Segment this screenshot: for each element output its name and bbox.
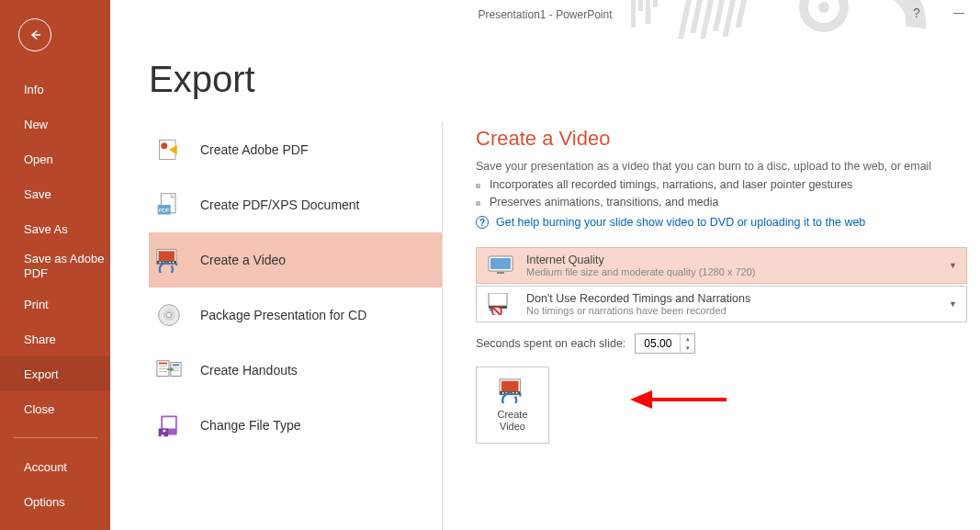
export-pdf-xps[interactable]: PDF Create PDF/XPS Document [149, 177, 442, 232]
quality-title: Internet Quality [526, 254, 755, 266]
svg-rect-34 [173, 364, 179, 366]
spinner-up[interactable]: ▲ [681, 334, 694, 344]
sidebar-item-share[interactable]: Share [0, 321, 110, 356]
svg-point-13 [161, 142, 167, 149]
sidebar-item-close[interactable]: Close [0, 391, 110, 426]
export-format-list: Create Adobe PDF PDF Create PDF/XPS Docu… [149, 122, 443, 530]
timings-dropdown[interactable]: Don't Use Recorded Timings and Narration… [476, 286, 967, 322]
export-package-cd[interactable]: Package Presentation for CD [149, 288, 442, 343]
export-change-filetype[interactable]: Change File Type [149, 398, 442, 453]
seconds-spinner[interactable]: ▲ ▼ [635, 333, 695, 354]
quality-dropdown[interactable]: Internet Quality Medium file size and mo… [476, 247, 967, 284]
svg-rect-18 [159, 251, 175, 261]
svg-rect-36 [173, 370, 179, 371]
sidebar-item-open[interactable]: Open [0, 141, 110, 176]
svg-point-27 [166, 312, 171, 317]
sidebar-item-save[interactable]: Save [0, 176, 110, 211]
create-video-icon [498, 378, 527, 403]
svg-rect-48 [501, 381, 519, 391]
sidebar-separator [13, 437, 97, 438]
svg-rect-42 [497, 272, 504, 274]
chevron-down-icon: ▼ [949, 299, 957, 309]
nav-sidebar: Info New Open Save Save As Save as Adobe… [0, 0, 110, 530]
quality-subtitle: Medium file size and moderate quality (1… [526, 266, 755, 277]
detail-panel: Create a Video Save your presentation as… [443, 44, 980, 530]
sidebar-item-new[interactable]: New [0, 107, 110, 141]
svg-point-20 [159, 262, 161, 264]
detail-description: Save your presentation as a video that y… [476, 160, 967, 173]
cd-icon [154, 300, 184, 330]
no-timings-icon [486, 293, 515, 315]
page-title: Export [149, 59, 255, 100]
detail-title: Create a Video [476, 127, 967, 151]
svg-rect-30 [159, 366, 167, 366]
svg-rect-43 [489, 293, 507, 306]
help-icon: ? [476, 216, 489, 229]
adobe-pdf-icon [154, 135, 184, 164]
export-adobe-pdf[interactable]: Create Adobe PDF [149, 122, 442, 177]
help-link[interactable]: ? Get help burning your slide show video… [476, 216, 967, 229]
export-item-label: Package Presentation for CD [200, 308, 366, 322]
sidebar-item-options[interactable]: Options [0, 484, 110, 519]
monitor-icon [486, 254, 515, 276]
chevron-down-icon: ▼ [949, 261, 957, 270]
export-item-label: Create Adobe PDF [200, 142, 309, 157]
handouts-icon [154, 355, 184, 385]
svg-rect-29 [159, 363, 167, 365]
svg-rect-38 [163, 417, 175, 428]
svg-point-54 [516, 392, 518, 394]
timings-title: Don't Use Recorded Timings and Narration… [526, 292, 750, 305]
export-handouts[interactable]: Create Handouts [149, 343, 442, 398]
export-item-label: Create a Video [200, 253, 286, 267]
export-item-label: Change File Type [200, 418, 300, 433]
sidebar-item-saveas-adobe[interactable]: Save as Adobe PDF [0, 246, 110, 287]
back-button[interactable] [18, 18, 51, 51]
seconds-input[interactable] [636, 337, 680, 350]
svg-point-50 [502, 392, 504, 394]
export-item-label: Create Handouts [200, 363, 298, 378]
detail-bullet: Preserves animations, transitions, and m… [476, 196, 967, 209]
spinner-down[interactable]: ▼ [681, 344, 694, 353]
video-icon [154, 245, 184, 275]
change-type-icon [154, 411, 184, 440]
sidebar-item-export[interactable]: Export [0, 356, 110, 391]
sidebar-item-account[interactable]: Account [0, 449, 110, 484]
svg-rect-41 [490, 258, 511, 269]
svg-text:PDF: PDF [159, 207, 170, 213]
svg-rect-32 [159, 371, 167, 372]
create-video-label: CreateVideo [497, 409, 527, 433]
create-video-button[interactable]: CreateVideo [476, 366, 549, 444]
export-create-video[interactable]: Create a Video [149, 232, 442, 288]
sidebar-item-info[interactable]: Info [0, 72, 110, 107]
pdf-xps-icon: PDF [154, 190, 184, 220]
sidebar-item-saveas[interactable]: Save As [0, 211, 110, 246]
svg-rect-35 [173, 367, 179, 368]
svg-point-24 [173, 262, 175, 264]
detail-bullet: Incorporates all recorded timings, narra… [476, 178, 967, 191]
seconds-label: Seconds spent on each slide: [476, 337, 625, 350]
timings-subtitle: No timings or narrations have been recor… [526, 305, 750, 316]
sidebar-item-print[interactable]: Print [0, 287, 110, 321]
svg-rect-31 [159, 368, 167, 369]
export-item-label: Create PDF/XPS Document [200, 197, 360, 212]
